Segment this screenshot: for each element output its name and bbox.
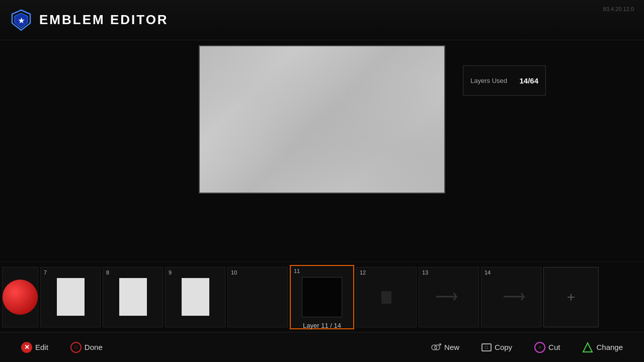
change-icon: [582, 342, 593, 353]
add-layer-button[interactable]: +: [543, 267, 599, 327]
add-layer-icon: +: [567, 289, 575, 305]
layers-used-count: 14/64: [519, 76, 538, 85]
svg-marker-11: [278, 72, 366, 144]
layer-item-7[interactable]: 7: [40, 267, 101, 327]
svg-rect-22: [381, 291, 391, 304]
svg-marker-13: [276, 85, 368, 173]
layer-item-prev[interactable]: [2, 267, 38, 327]
svg-rect-18: [308, 105, 335, 112]
svg-marker-27: [583, 343, 592, 352]
layers-used-panel: Layers Used 14/64: [463, 65, 546, 96]
layer-thumb-9: [182, 278, 209, 316]
layers-used-label: Layers Used: [470, 77, 507, 84]
copy-label: Copy: [495, 343, 512, 351]
svg-point-15: [301, 99, 343, 140]
version-label: 83.4.20.12.0: [603, 6, 634, 12]
edit-button[interactable]: ✕ Edit: [10, 342, 59, 353]
svg-marker-20: [315, 164, 329, 183]
change-button[interactable]: Change: [571, 342, 634, 353]
layer-number-14: 14: [485, 269, 491, 276]
svg-point-19: [317, 114, 327, 124]
layer-item-13[interactable]: 13: [419, 267, 479, 327]
layer-thumb-13: [431, 288, 466, 306]
svg-point-8: [274, 71, 369, 166]
svg-marker-14: [281, 88, 363, 166]
done-label: Done: [85, 343, 103, 351]
layer-item-8[interactable]: 8: [103, 267, 163, 327]
edit-label: Edit: [35, 343, 48, 351]
layer-item-10[interactable]: 10: [227, 267, 288, 327]
copy-button[interactable]: □ Copy: [470, 343, 523, 351]
emblem-svg: [200, 46, 444, 193]
svg-marker-10: [270, 64, 374, 151]
change-label: Change: [596, 343, 623, 351]
layer-thumb-14: [494, 288, 529, 306]
new-button[interactable]: New: [419, 342, 470, 353]
layer-item-9[interactable]: 9: [165, 267, 225, 327]
layer-item-12[interactable]: 12: [356, 267, 417, 327]
cut-label: Cut: [548, 343, 560, 351]
layer-strip: 7 8 9 10 11 12 13 14: [0, 261, 644, 332]
layer-number-13: 13: [422, 269, 428, 276]
emblem-frame: [199, 45, 445, 194]
layer-number-7: 7: [44, 269, 47, 276]
svg-rect-3: [200, 46, 443, 193]
svg-point-5: [264, 61, 381, 178]
layer-thumb-8: [119, 278, 147, 316]
svg-point-26: [435, 345, 440, 350]
bottom-bar: ✕ Edit ○ Done New □ Copy ○ Cut Change: [0, 332, 644, 362]
layer-number-9: 9: [169, 269, 172, 276]
svg-rect-16: [318, 88, 326, 153]
layer-item-11[interactable]: 11: [290, 265, 354, 329]
svg-rect-4: [200, 46, 443, 193]
done-icon: ○: [70, 342, 82, 353]
layer-thumb-7: [57, 278, 85, 316]
cut-icon: ○: [534, 342, 545, 353]
done-button[interactable]: ○ Done: [59, 342, 114, 353]
header: ★ EMBLEM EDITOR 83.4.20.12.0: [0, 0, 644, 40]
new-label: New: [444, 343, 459, 351]
shield-icon: ★: [10, 9, 32, 31]
layer-number-10: 10: [231, 269, 237, 276]
layer-number-8: 8: [106, 269, 109, 276]
layer-number-11: 11: [294, 268, 300, 274]
layer-thumb-11: [302, 277, 342, 317]
layer-number-12: 12: [360, 269, 366, 276]
layer-item-14[interactable]: 14: [481, 267, 541, 327]
layer-thumb-12: [371, 287, 401, 307]
svg-point-7: [270, 67, 373, 170]
svg-marker-12: [270, 82, 374, 180]
svg-marker-17: [313, 163, 331, 185]
layer-caption: Layer 11 / 14: [303, 322, 341, 329]
copy-icon: □: [481, 343, 492, 351]
page-title: EMBLEM EDITOR: [39, 12, 169, 28]
svg-text:★: ★: [18, 17, 25, 25]
edit-icon: ✕: [21, 342, 32, 353]
emblem-canvas-area: [199, 45, 445, 196]
svg-marker-9: [260, 56, 384, 155]
svg-point-6: [267, 64, 378, 175]
layer-thumb-red-circle: [3, 280, 38, 315]
cut-button[interactable]: ○ Cut: [523, 342, 571, 353]
new-icon: [430, 342, 441, 353]
